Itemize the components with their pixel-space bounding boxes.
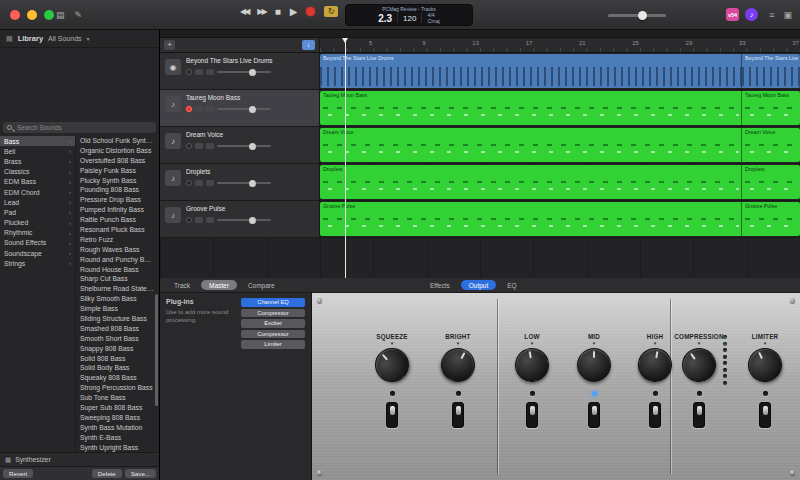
category-item[interactable]: EDM Bass › bbox=[0, 177, 75, 187]
category-item[interactable]: Pad › bbox=[0, 207, 75, 217]
catch-playhead-button[interactable]: ↓ bbox=[302, 40, 315, 50]
rewind-icon[interactable]: ◀◀ bbox=[240, 7, 248, 16]
tab[interactable]: EQ bbox=[499, 280, 524, 290]
toggle-switch[interactable] bbox=[526, 402, 538, 428]
sound-item[interactable]: Simple Bass bbox=[76, 304, 159, 314]
sound-item[interactable]: Squeaky 808 Bass bbox=[76, 373, 159, 383]
volume-slider[interactable] bbox=[217, 182, 271, 184]
record-button[interactable] bbox=[306, 7, 315, 16]
sound-item[interactable]: Sub Tone Bass bbox=[76, 393, 159, 403]
scrollbar[interactable] bbox=[155, 294, 158, 406]
volume-slider[interactable] bbox=[217, 145, 271, 147]
category-item[interactable]: Bass › bbox=[0, 136, 75, 146]
category-item[interactable]: EDM Chord › bbox=[0, 187, 75, 197]
save-button[interactable]: Save... bbox=[125, 469, 156, 478]
sound-item[interactable]: Synth Bass Mutation bbox=[76, 423, 159, 433]
toggle-switch[interactable] bbox=[588, 402, 600, 428]
region[interactable]: Droplets Droplets bbox=[320, 165, 800, 199]
plugin-slot[interactable]: Compressor bbox=[241, 330, 305, 339]
sound-item[interactable]: Sharp Cut Bass bbox=[76, 274, 159, 284]
sound-item[interactable]: Silky Smooth Bass bbox=[76, 294, 159, 304]
record-enable-button[interactable] bbox=[186, 69, 192, 75]
sound-item[interactable]: Organic Distortion Bass bbox=[76, 146, 159, 156]
toolbar-icon[interactable]: ✎ bbox=[75, 7, 83, 23]
toolbar-right-icon[interactable]: ≡ bbox=[769, 7, 774, 23]
status-badge[interactable]: v54 bbox=[726, 8, 739, 21]
sound-item[interactable]: Retro Fuzz bbox=[76, 235, 159, 245]
record-enable-button[interactable] bbox=[186, 180, 192, 186]
mute-button[interactable] bbox=[195, 180, 203, 186]
play-icon[interactable]: ▶ bbox=[290, 6, 298, 17]
knob[interactable] bbox=[742, 342, 787, 387]
master-volume-thumb[interactable] bbox=[638, 11, 647, 20]
sound-item[interactable]: Rattle Punch Bass bbox=[76, 215, 159, 225]
tab[interactable]: Master bbox=[201, 280, 237, 290]
sound-item[interactable]: Round House Bass bbox=[76, 265, 159, 275]
toggle-switch[interactable] bbox=[693, 402, 705, 428]
search-field[interactable] bbox=[3, 122, 156, 133]
sound-item[interactable]: Resonant Pluck Bass bbox=[76, 225, 159, 235]
record-enable-button[interactable] bbox=[186, 217, 192, 223]
plugin-slot[interactable]: Compressor bbox=[241, 309, 305, 318]
solo-button[interactable] bbox=[206, 180, 214, 186]
track-header[interactable]: ♪ Groove Pulse bbox=[160, 201, 320, 237]
knob[interactable] bbox=[368, 341, 416, 389]
plugin-slot[interactable]: Channel EQ bbox=[241, 298, 305, 307]
volume-slider[interactable] bbox=[217, 108, 271, 110]
mute-button[interactable] bbox=[195, 143, 203, 149]
sound-item[interactable]: Solid Body Bass bbox=[76, 363, 159, 373]
category-item[interactable]: Classics › bbox=[0, 167, 75, 177]
sound-item[interactable]: Solid 808 Bass bbox=[76, 354, 159, 364]
tab[interactable]: Compare bbox=[240, 280, 283, 290]
key-signature[interactable]: Cmaj bbox=[427, 18, 439, 24]
tempo-value[interactable]: 120 bbox=[403, 14, 416, 23]
record-enable-button[interactable] bbox=[186, 143, 192, 149]
category-item[interactable]: Strings › bbox=[0, 258, 75, 268]
toggle-switch[interactable] bbox=[649, 402, 661, 428]
solo-button[interactable] bbox=[206, 69, 214, 75]
sound-item[interactable]: Plucky Synth Bass bbox=[76, 176, 159, 186]
sound-item[interactable]: Smashed 808 Bass bbox=[76, 324, 159, 334]
category-item[interactable]: Rhythmic › bbox=[0, 228, 75, 238]
toolbar-icon[interactable]: ▤ bbox=[56, 7, 65, 23]
sound-item[interactable]: Old School Funk Synth B... bbox=[76, 136, 159, 146]
plugin-slot[interactable]: Limiter bbox=[241, 340, 305, 349]
sound-item[interactable]: Pumped Infinity Bass bbox=[76, 205, 159, 215]
solo-button[interactable] bbox=[206, 143, 214, 149]
forward-icon[interactable]: ▶▶ bbox=[257, 7, 265, 16]
track-header[interactable]: ♪ Taureg Moon Bass bbox=[160, 90, 320, 126]
playhead-position[interactable]: 2.3 bbox=[378, 13, 392, 24]
record-enable-button[interactable] bbox=[186, 106, 192, 112]
sound-item[interactable]: Synth E-Bass bbox=[76, 433, 159, 443]
category-item[interactable]: Lead › bbox=[0, 197, 75, 207]
knob[interactable] bbox=[577, 348, 611, 382]
mute-button[interactable] bbox=[195, 217, 203, 223]
tab[interactable]: Track bbox=[166, 280, 198, 290]
sound-item[interactable]: Strong Percussion Bass bbox=[76, 383, 159, 393]
sound-item[interactable]: Super Sub 808 Bass bbox=[76, 403, 159, 413]
category-item[interactable]: Sound Effects › bbox=[0, 238, 75, 248]
mute-button[interactable] bbox=[195, 106, 203, 112]
toggle-switch[interactable] bbox=[452, 402, 464, 428]
solo-button[interactable] bbox=[206, 217, 214, 223]
sound-item[interactable]: Sweeping 808 Bass bbox=[76, 413, 159, 423]
knob[interactable] bbox=[435, 342, 481, 388]
category-item[interactable]: Bell › bbox=[0, 146, 75, 156]
solo-button[interactable] bbox=[206, 106, 214, 112]
search-input[interactable] bbox=[15, 123, 152, 132]
zoom-button[interactable] bbox=[44, 10, 54, 20]
volume-slider[interactable] bbox=[217, 219, 271, 221]
region[interactable]: Groove Pulse Groove Pulse bbox=[320, 202, 800, 236]
knob[interactable] bbox=[512, 345, 551, 384]
sound-item[interactable]: Synth Upright Bass bbox=[76, 443, 159, 452]
region[interactable]: Taureg Moon Bass Taureg Moon Bass bbox=[320, 91, 800, 125]
region[interactable]: Dream Voice Dream Voice bbox=[320, 128, 800, 162]
category-item[interactable]: Plucked › bbox=[0, 218, 75, 228]
timeline-ruler[interactable]: + ↓ 5913172125293337 bbox=[160, 38, 800, 53]
tab[interactable]: Effects bbox=[422, 280, 458, 290]
status-badge[interactable]: ♪ bbox=[745, 8, 758, 21]
sound-item[interactable]: Pressure Drop Bass bbox=[76, 195, 159, 205]
close-button[interactable] bbox=[10, 10, 20, 20]
delete-button[interactable]: Delete bbox=[92, 469, 122, 478]
toggle-switch[interactable] bbox=[759, 402, 771, 428]
